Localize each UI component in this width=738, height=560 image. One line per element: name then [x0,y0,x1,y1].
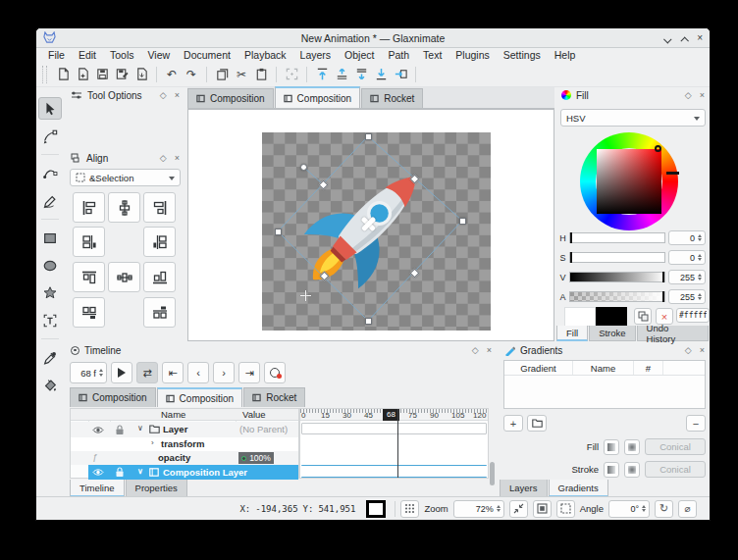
hue-marker-icon[interactable] [655,145,661,152]
rotate-handle[interactable] [300,164,307,171]
rectangle-tool[interactable] [38,227,62,249]
menu-edit[interactable]: Edit [72,49,103,61]
tab-timeline[interactable]: Timeline [70,480,125,497]
value-spinbox[interactable]: 255 [668,270,706,284]
fill-radial-gradient-button[interactable] [624,439,640,455]
close-panel-icon[interactable]: × [487,346,492,355]
menu-document[interactable]: Document [177,49,237,61]
export-button[interactable] [132,65,151,84]
align-right-button[interactable] [143,192,176,223]
fill-linear-gradient-button[interactable] [604,439,619,455]
opacity-value-badge[interactable]: 100% [238,452,274,464]
canvas-tab-composition-1[interactable]: Composition [187,88,274,108]
close-panel-icon[interactable]: × [175,154,180,163]
color-space-select[interactable]: HSV [560,109,706,127]
anchor-cross-icon[interactable] [305,290,307,301]
lower-to-bottom-button[interactable] [371,65,391,84]
hue-slider[interactable] [569,232,665,243]
menu-view[interactable]: View [141,49,178,61]
current-color-indicator[interactable] [366,500,386,518]
timeline-tab-composition-2[interactable]: Composition [157,387,243,407]
paste-button[interactable] [251,65,271,84]
loop-button[interactable]: ⇄ [136,362,158,383]
align-outside-bottom-button[interactable] [73,297,105,328]
eye-icon[interactable] [92,426,104,434]
lock-icon[interactable] [115,467,125,478]
align-outside-right-button[interactable] [143,227,176,257]
color-picker-tool[interactable] [38,346,62,369]
resize-handle-left[interactable] [275,229,282,235]
menu-tools[interactable]: Tools [103,49,141,61]
float-panel-icon[interactable]: ◇ [160,154,167,163]
add-gradient-button[interactable]: + [503,415,523,432]
playhead[interactable] [397,409,398,478]
frame-view-button[interactable] [556,500,575,518]
angle-spinbox[interactable]: 0° [608,500,650,518]
menu-text[interactable]: Text [416,49,448,61]
float-panel-icon[interactable]: ◇ [685,346,692,355]
fill-tool[interactable] [38,374,62,396]
canvas-tab-composition-2[interactable]: Composition [275,86,361,108]
float-panel-icon[interactable]: ◇ [472,346,479,355]
align-center-vertical-button[interactable] [108,262,140,292]
draw-bezier-tool[interactable] [38,162,62,184]
ellipse-tool[interactable] [38,254,62,277]
go-to-end-button[interactable]: ⇥ [238,362,260,383]
menu-help[interactable]: Help [548,49,583,61]
align-bottom-button[interactable] [143,262,176,292]
next-frame-button[interactable]: › [213,362,235,383]
move-to-composition-button[interactable] [391,65,410,84]
stroke-radial-gradient-button[interactable] [624,462,640,478]
composition-layer-name[interactable]: Composition Layer [163,467,247,478]
undo-button[interactable]: ↶ [162,65,182,84]
color-target-button[interactable] [400,500,419,518]
layer-track-bar[interactable] [301,423,487,434]
close-button[interactable]: × [697,33,703,43]
reset-view-button[interactable] [533,500,552,518]
menu-path[interactable]: Path [381,49,416,61]
remove-gradient-button[interactable]: − [686,415,706,432]
save-button[interactable] [92,65,112,84]
resize-handle-right[interactable] [459,218,466,225]
opacity-name[interactable]: opacity [158,452,190,463]
transform-name[interactable]: transform [161,438,204,449]
gradient-presets-button[interactable] [527,415,547,432]
composition-layer-track-bar[interactable] [301,465,487,478]
lower-button[interactable] [351,65,371,84]
stroke-conical-button[interactable]: Conical [645,461,706,478]
menu-settings[interactable]: Settings [497,49,548,61]
new-file-button[interactable] [53,65,73,84]
alpha-slider[interactable] [569,291,665,302]
canvas-viewport[interactable] [187,109,554,341]
zoom-spinbox[interactable]: 72% [453,500,504,518]
close-panel-icon[interactable]: × [700,346,705,355]
float-panel-icon[interactable]: ◇ [160,91,167,100]
tab-stroke[interactable]: Stroke [589,326,635,341]
edit-nodes-tool[interactable] [38,125,62,147]
caret-open-icon[interactable]: ∨ [137,467,143,476]
stroke-linear-gradient-button[interactable] [604,462,619,478]
current-color-swatch[interactable] [564,307,596,327]
alpha-spinbox[interactable]: 255 [668,289,706,304]
hue-line-marker-icon[interactable] [666,172,679,175]
resize-handle-bottom[interactable] [365,318,372,325]
align-top-button[interactable] [73,262,105,292]
select-tool[interactable] [38,97,62,120]
keyframe-area[interactable]: 0 15 30 45 68 75 90 105 120 [299,408,489,479]
timeline-scrollbar[interactable] [490,462,495,485]
menu-file[interactable]: File [41,49,72,61]
reset-rotation-button[interactable]: ↻ [655,500,673,518]
play-button[interactable] [111,362,132,383]
fill-conical-button[interactable]: Conical [645,438,706,455]
previous-color-swatch[interactable] [596,307,627,327]
menu-playback[interactable]: Playback [237,49,293,61]
draw-freehand-tool[interactable] [38,189,62,212]
raise-to-top-button[interactable] [312,65,332,84]
record-button[interactable] [264,362,286,383]
star-tool[interactable] [38,281,62,304]
menu-object[interactable]: Object [338,49,381,61]
float-panel-icon[interactable]: ◇ [685,91,692,100]
toolbar-drag-handle[interactable] [42,66,47,83]
gradients-table[interactable]: Gradient Name # [503,360,706,409]
canvas-tab-rocket[interactable]: Rocket [361,88,423,108]
